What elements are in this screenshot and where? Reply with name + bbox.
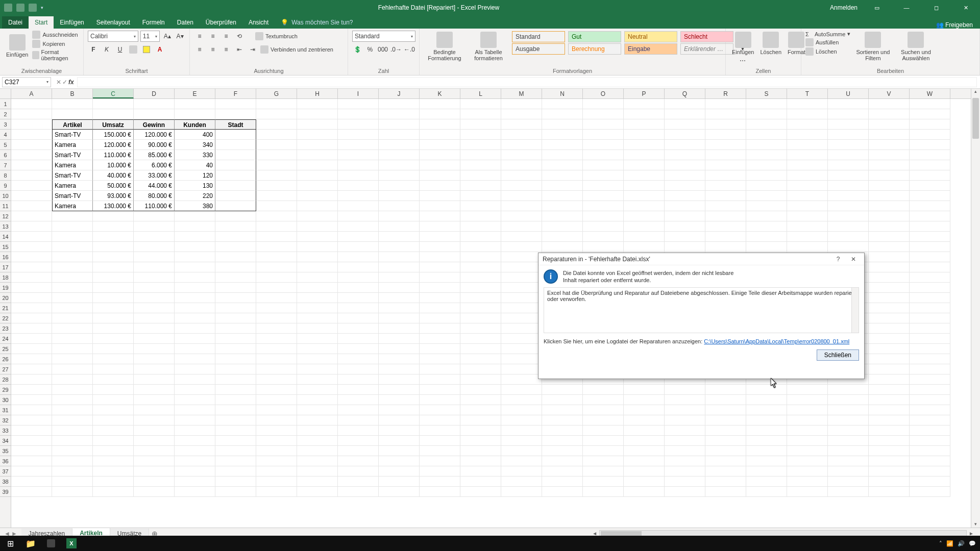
column-header-B[interactable]: B <box>52 89 93 98</box>
conditional-formatting-button[interactable]: Bedingte Formatierung <box>424 31 465 62</box>
currency-button[interactable]: 💲 <box>352 44 363 55</box>
outdent-button[interactable]: ⇤ <box>234 44 245 55</box>
column-header-A[interactable]: A <box>11 89 52 98</box>
font-size-select[interactable]: 11▾ <box>140 31 160 42</box>
column-header-F[interactable]: F <box>215 89 256 98</box>
row-header[interactable]: 7 <box>0 160 11 170</box>
align-center-button[interactable]: ≡ <box>207 44 218 55</box>
fill-color-button[interactable] <box>141 44 152 55</box>
tray-network-icon[interactable]: 📶 <box>946 540 953 547</box>
style-neutral[interactable]: Neutral <box>624 31 677 42</box>
merge-button[interactable]: Verbinden und zentrieren <box>260 45 333 54</box>
row-header[interactable]: 26 <box>0 354 11 364</box>
scrollbar-thumb[interactable] <box>972 98 979 139</box>
column-header-R[interactable]: R <box>705 89 746 98</box>
vertical-scrollbar[interactable]: ▴ ▾ <box>971 89 980 530</box>
row-header[interactable]: 6 <box>0 150 11 160</box>
row-header[interactable]: 18 <box>0 272 11 283</box>
column-header-S[interactable]: S <box>746 89 787 98</box>
align-top-button[interactable]: ≡ <box>194 31 205 42</box>
row-header[interactable]: 20 <box>0 293 11 303</box>
column-header-D[interactable]: D <box>134 89 175 98</box>
row-header[interactable]: 28 <box>0 374 11 385</box>
taskbar-explorer[interactable]: 📁 <box>20 536 41 551</box>
tab-view[interactable]: Ansicht <box>242 16 275 29</box>
tab-home[interactable]: Start <box>29 16 54 29</box>
column-header-O[interactable]: O <box>583 89 624 98</box>
percent-button[interactable]: % <box>365 44 376 55</box>
tab-data[interactable]: Daten <box>171 16 200 29</box>
cut-button[interactable]: Ausschneiden <box>32 31 79 39</box>
row-header[interactable]: 25 <box>0 344 11 354</box>
redo-icon[interactable] <box>29 4 37 12</box>
column-header-L[interactable]: L <box>460 89 501 98</box>
column-header-M[interactable]: M <box>501 89 542 98</box>
hscroll-thumb[interactable] <box>601 531 642 536</box>
orientation-button[interactable]: ⟲ <box>234 31 245 42</box>
dialog-titlebar[interactable]: Reparaturen in - 'Fehlerhafte Datei.xlsx… <box>538 253 864 265</box>
tab-insert[interactable]: Einfügen <box>54 16 90 29</box>
row-header[interactable]: 4 <box>0 130 11 140</box>
style-standard[interactable]: Standard <box>512 31 565 42</box>
column-header-V[interactable]: V <box>869 89 910 98</box>
column-header-G[interactable]: G <box>256 89 297 98</box>
close-icon[interactable]: ✕ <box>955 0 976 15</box>
formula-input[interactable] <box>77 77 977 87</box>
row-header[interactable]: 2 <box>0 109 11 119</box>
bold-button[interactable]: F <box>88 44 99 55</box>
row-header[interactable]: 8 <box>0 170 11 181</box>
minimize-icon[interactable]: — <box>896 0 917 15</box>
column-header-E[interactable]: E <box>175 89 215 98</box>
tab-file[interactable]: Datei <box>2 16 29 29</box>
column-header-H[interactable]: H <box>297 89 338 98</box>
fill-button[interactable]: Ausfüllen <box>805 38 850 46</box>
tray-notifications-icon[interactable]: 💬 <box>969 540 976 547</box>
clear-button[interactable]: Löschen <box>805 47 850 56</box>
style-eingabe[interactable]: Eingabe <box>624 43 677 55</box>
start-button[interactable]: ⊞ <box>0 536 20 551</box>
row-header[interactable]: 1 <box>0 99 11 109</box>
dialog-close-action-button[interactable]: Schließen <box>817 349 859 361</box>
style-gut[interactable]: Gut <box>568 31 621 42</box>
column-header-N[interactable]: N <box>542 89 583 98</box>
column-header-K[interactable]: K <box>420 89 460 98</box>
column-header-I[interactable]: I <box>338 89 379 98</box>
qat-dropdown-icon[interactable]: ▾ <box>41 5 43 10</box>
format-as-table-button[interactable]: Als Tabelle formatieren <box>468 31 509 62</box>
row-header[interactable]: 5 <box>0 140 11 150</box>
row-header[interactable]: 27 <box>0 364 11 374</box>
align-bottom-button[interactable]: ≡ <box>220 31 232 42</box>
taskbar-excel[interactable]: X <box>61 536 82 551</box>
row-header[interactable]: 23 <box>0 323 11 334</box>
insert-cells-button[interactable]: Einfügen <box>730 31 756 56</box>
column-header-T[interactable]: T <box>787 89 828 98</box>
column-header-P[interactable]: P <box>624 89 665 98</box>
dialog-close-button[interactable]: ✕ <box>847 254 860 264</box>
tab-review[interactable]: Überprüfen <box>200 16 242 29</box>
row-header[interactable]: 11 <box>0 201 11 211</box>
align-right-button[interactable]: ≡ <box>220 44 232 55</box>
row-header[interactable]: 21 <box>0 303 11 313</box>
row-header[interactable]: 10 <box>0 191 11 201</box>
find-select-button[interactable]: Suchen und Auswählen <box>895 31 936 62</box>
column-header-U[interactable]: U <box>828 89 869 98</box>
copy-button[interactable]: Kopieren <box>32 40 79 48</box>
row-header[interactable]: 22 <box>0 313 11 323</box>
font-name-select[interactable]: Calibri▾ <box>88 31 138 42</box>
sort-filter-button[interactable]: Sortieren und Filtern <box>852 31 893 62</box>
increase-decimal-button[interactable]: .0→ <box>390 44 402 55</box>
tab-pagelayout[interactable]: Seitenlayout <box>90 16 136 29</box>
row-header[interactable]: 36 <box>0 456 11 466</box>
column-header-Q[interactable]: Q <box>665 89 705 98</box>
maximize-icon[interactable]: ◻ <box>926 0 946 15</box>
select-all-corner[interactable] <box>0 89 11 99</box>
row-header[interactable]: 33 <box>0 425 11 436</box>
indent-button[interactable]: ⇥ <box>247 44 258 55</box>
row-header[interactable]: 37 <box>0 466 11 477</box>
number-format-select[interactable]: Standard▾ <box>352 31 415 42</box>
row-header[interactable]: 29 <box>0 385 11 395</box>
decrease-decimal-button[interactable]: ←.0 <box>404 44 415 55</box>
fx-icon[interactable]: fx <box>68 79 74 86</box>
row-header[interactable]: 24 <box>0 334 11 344</box>
shrink-font-button[interactable]: A▾ <box>175 31 185 42</box>
